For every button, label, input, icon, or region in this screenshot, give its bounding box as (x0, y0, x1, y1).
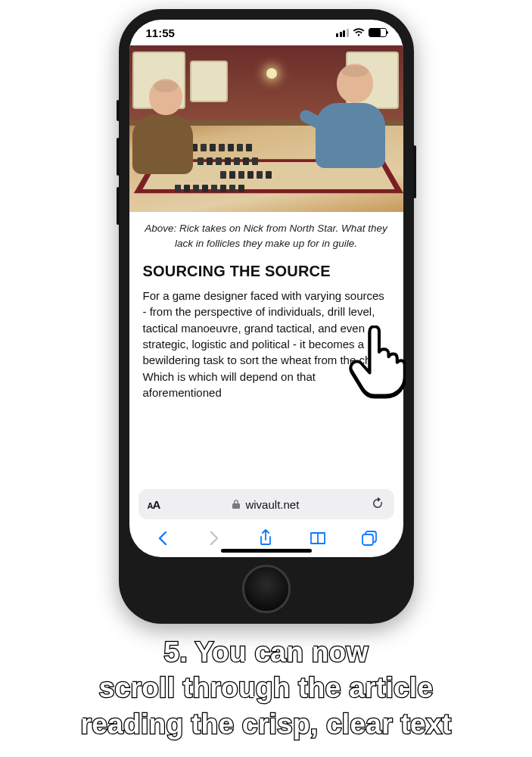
home-indicator (221, 549, 312, 553)
volume-down-button (117, 187, 120, 225)
text-size-button[interactable]: AA (148, 498, 160, 511)
article-heading: SOURCING THE SOURCE (129, 258, 403, 288)
status-indicators (336, 28, 387, 37)
mute-switch (117, 100, 120, 121)
svg-rect-1 (362, 534, 373, 545)
photo-caption: Above: Rick takes on Nick from North Sta… (129, 212, 403, 258)
phone-screen: 11:55 (129, 20, 403, 557)
step-caption: 5. You can now scroll through the articl… (0, 634, 532, 742)
article-body: For a game designer faced with varying s… (129, 288, 403, 416)
home-button[interactable] (242, 565, 291, 613)
forward-button[interactable] (199, 527, 229, 550)
address-bar[interactable]: AA wivault.net (138, 489, 394, 519)
share-button[interactable] (250, 527, 281, 550)
wifi-icon (353, 28, 365, 37)
bookmarks-button[interactable] (303, 527, 333, 550)
battery-icon (369, 28, 387, 37)
page-content[interactable]: Above: Rick takes on Nick from North Sta… (129, 45, 403, 483)
power-button (413, 145, 416, 198)
reload-button[interactable] (371, 497, 384, 512)
phone-frame: 11:55 (119, 9, 414, 624)
back-button[interactable] (148, 527, 178, 550)
status-time: 11:55 (146, 26, 175, 39)
volume-up-button (117, 138, 120, 176)
article-photo (129, 45, 403, 212)
tabs-button[interactable] (354, 527, 384, 550)
url-domain: wivault.net (245, 498, 299, 511)
status-bar: 11:55 (129, 20, 403, 45)
lock-icon (232, 499, 241, 509)
url-display[interactable]: wivault.net (232, 498, 299, 511)
cellular-signal-icon (336, 29, 349, 37)
